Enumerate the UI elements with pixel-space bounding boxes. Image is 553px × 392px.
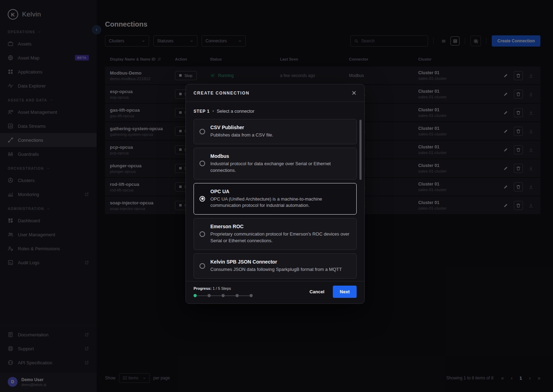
step-number: STEP 1 — [194, 109, 210, 114]
option-description: Publishes data from a CSV file. — [210, 132, 273, 139]
option-title: CSV Publisher — [210, 125, 273, 130]
connector-option-csv-publisher[interactable]: CSV PublisherPublishes data from a CSV f… — [194, 119, 357, 144]
connector-option-kelvin-spb-json-connector[interactable]: Kelvin SPB JSON ConnectorConsumes JSON d… — [194, 253, 357, 279]
progress-line — [211, 295, 222, 296]
progress-value: 1 / 5 Steps — [212, 286, 231, 290]
modal-footer: Progress: 1 / 5 Steps Cancel Next — [186, 281, 364, 303]
close-icon[interactable] — [351, 90, 357, 96]
option-description: Consumes JSON data following SparkplugB … — [210, 266, 342, 273]
option-title: Kelvin SPB JSON Connector — [210, 259, 342, 265]
progress-block: Progress: 1 / 5 Steps — [194, 286, 253, 297]
option-description: Industrial protocol for data exchange ov… — [210, 161, 351, 174]
cancel-button[interactable]: Cancel — [309, 289, 324, 294]
radio-icon[interactable] — [200, 263, 205, 269]
create-connection-modal: CREATE CONNECTION STEP 1 • Select a conn… — [186, 84, 365, 304]
connector-option-emerson-roc[interactable]: Emerson ROCProprietary communication pro… — [194, 218, 357, 250]
radio-icon[interactable] — [200, 231, 205, 237]
option-text: Kelvin SPB JSON ConnectorConsumes JSON d… — [210, 259, 342, 273]
radio-icon[interactable] — [200, 129, 205, 134]
modal-scrollbar[interactable] — [359, 120, 362, 180]
modal-title: CREATE CONNECTION — [194, 91, 250, 96]
progress-dot-2 — [208, 294, 211, 297]
progress-text: Progress: 1 / 5 Steps — [194, 286, 253, 290]
step-title: Select a connector — [217, 108, 254, 114]
option-title: Emerson ROC — [210, 224, 351, 229]
option-description: OPC UA (Unified Architecture) is a machi… — [210, 196, 351, 209]
option-title: OPC UA — [210, 189, 351, 194]
progress-dot-3 — [222, 294, 225, 297]
option-description: Proprietary communication protocol for E… — [210, 231, 351, 244]
option-text: ModbusIndustrial protocol for data excha… — [210, 153, 351, 174]
option-title: Modbus — [210, 153, 351, 159]
modal-header: CREATE CONNECTION — [186, 84, 364, 102]
connector-options: CSV PublisherPublishes data from a CSV f… — [186, 118, 364, 281]
option-text: Emerson ROCProprietary communication pro… — [210, 224, 351, 244]
progress-dots — [194, 294, 253, 297]
next-button[interactable]: Next — [333, 286, 357, 298]
progress-line — [197, 295, 208, 296]
progress-dot-4 — [236, 294, 239, 297]
progress-line — [225, 295, 236, 296]
radio-icon[interactable] — [200, 161, 205, 166]
option-text: CSV PublisherPublishes data from a CSV f… — [210, 125, 273, 139]
progress-dot-5 — [250, 294, 253, 297]
progress-line — [239, 295, 250, 296]
connector-option-opc-ua[interactable]: OPC UAOPC UA (Unified Architecture) is a… — [194, 183, 357, 215]
connector-option-modbus[interactable]: ModbusIndustrial protocol for data excha… — [194, 148, 357, 180]
progress-dot-1 — [194, 294, 197, 297]
modal-step-row: STEP 1 • Select a connector — [186, 102, 364, 118]
step-separator: • — [212, 109, 214, 114]
option-text: OPC UAOPC UA (Unified Architecture) is a… — [210, 189, 351, 209]
modal-actions: Cancel Next — [309, 286, 357, 298]
progress-label: Progress: — [194, 286, 211, 290]
radio-icon[interactable] — [200, 196, 205, 202]
